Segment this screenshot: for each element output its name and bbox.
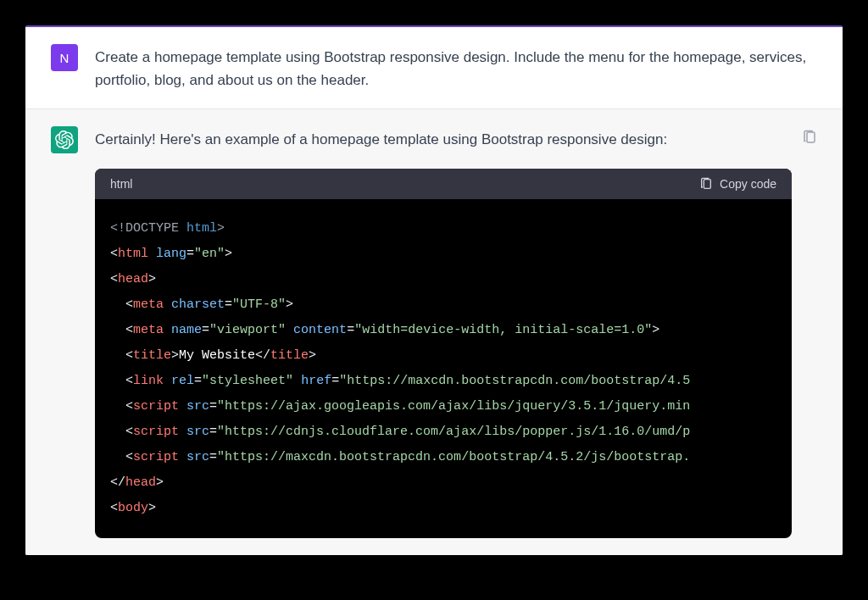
assistant-message-text: Certainly! Here's an example of a homepa… <box>95 126 792 151</box>
svg-rect-0 <box>704 179 710 188</box>
assistant-content: Certainly! Here's an example of a homepa… <box>95 126 817 537</box>
code-block: html Copy code <!DOCTYPE html> <html lan… <box>95 169 792 538</box>
user-message-row: N Create a homepage template using Boots… <box>25 27 843 109</box>
code-content[interactable]: <!DOCTYPE html> <html lang="en"> <head> … <box>95 199 792 538</box>
code-header: html Copy code <box>95 169 792 199</box>
chat-container: N Create a homepage template using Boots… <box>25 25 843 555</box>
user-message-text: Create a homepage template using Bootstr… <box>95 44 817 92</box>
clipboard-icon <box>699 177 713 191</box>
assistant-message-row: Certainly! Here's an example of a homepa… <box>25 109 843 554</box>
user-avatar-letter: N <box>60 51 70 65</box>
user-avatar: N <box>51 44 78 71</box>
assistant-avatar <box>51 126 78 153</box>
copy-code-label: Copy code <box>720 177 776 191</box>
clipboard-icon[interactable] <box>802 130 817 145</box>
code-language-label: html <box>110 177 132 191</box>
svg-rect-1 <box>807 132 815 142</box>
openai-logo-icon <box>55 131 74 149</box>
copy-code-button[interactable]: Copy code <box>699 177 776 191</box>
